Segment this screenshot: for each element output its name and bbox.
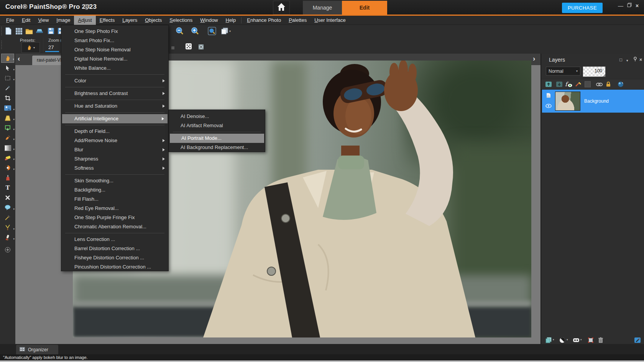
menu-item-backlighting[interactable]: Backlighting... [61,185,168,195]
close-button[interactable]: × [636,3,639,8]
chevron-down-icon[interactable]: ▾ [553,338,554,341]
menu-palettes[interactable]: Palettes [285,16,310,25]
menu-item-one-step-noise-removal[interactable]: One Step Noise Removal [61,45,168,54]
tab-manage[interactable]: Manage [303,1,342,15]
menu-item-ai-denoise[interactable]: AI Denoise... [169,112,265,121]
marker-tool[interactable]: ▾ [1,233,14,242]
purchase-button[interactable]: PURCHASE [562,3,603,13]
minimize-button[interactable]: — [618,3,623,8]
grid-toggle-button[interactable] [199,44,204,49]
color-changer-tool[interactable]: ▾ [1,163,14,172]
new-raster-layer-button[interactable] [544,80,553,88]
menu-item-color[interactable]: Color [61,76,168,85]
gradient-fill-tool[interactable]: ▾ [1,143,14,152]
menu-item-fill-flash[interactable]: Fill Flash... [61,195,168,204]
tab-scroll-left[interactable]: ‹ [18,54,20,63]
toolbar-grip[interactable] [1,27,3,35]
new-file-button[interactable] [4,26,13,36]
menu-item-ai-background-replacement[interactable]: AI Background Replacement... [169,143,265,152]
new-mask-layer-button[interactable] [572,336,580,344]
pin-icon[interactable] [633,57,637,62]
clone-tool[interactable]: ▾ [1,123,14,133]
panel-close-icon[interactable]: × [639,57,642,62]
edit-selection-button[interactable] [586,336,595,344]
crop-tool[interactable] [1,93,14,103]
layer-thumbnail[interactable] [555,92,580,111]
menu-item-depth-of-field[interactable]: Depth of Field... [61,127,168,136]
menu-item-one-step-purple-fringe-fix[interactable]: One Step Purple Fringe Fix [61,213,168,222]
more-tools-button[interactable] [1,245,14,254]
eraser-tool[interactable]: ▾ [1,153,14,162]
layer-row-background[interactable]: Background [542,90,644,113]
paint-brush-tool[interactable]: ▾ [1,133,14,143]
zoom-in-button[interactable] [191,26,200,36]
menu-file[interactable]: File [2,16,18,25]
link-layers-button[interactable] [595,80,603,88]
menu-item-lens-correction[interactable]: Lens Correction ... [61,235,168,244]
restore-button[interactable] [627,3,632,8]
new-vector-layer-button[interactable] [555,80,564,88]
quick-edit-button[interactable] [633,336,642,344]
blend-mode-dropdown[interactable]: Normal ▾ [546,67,580,75]
menu-item-chromatic-aberration-removal[interactable]: Chromatic Aberration Removal... [61,222,168,231]
menu-item-one-step-photo-fix[interactable]: One Step Photo Fix [61,27,168,36]
menu-item-artificial-intelligence[interactable]: Artificial Intelligence [62,114,168,123]
text-tool[interactable]: T [1,183,14,192]
zoom-value-field[interactable]: 27 [48,44,54,50]
pen-tool[interactable] [1,213,14,222]
save-button[interactable] [46,26,56,36]
dropper-tool[interactable] [1,84,14,93]
zoom-actual-button[interactable] [207,26,217,36]
menu-item-add-remove-noise[interactable]: Add/Remove Noise [61,136,168,145]
tab-scroll-right[interactable]: › [533,54,535,63]
airbrush-tool[interactable] [1,173,14,182]
callout-tool[interactable]: ▾ [1,203,14,212]
menu-item-white-balance[interactable]: White Balance... [61,64,168,73]
menu-edit[interactable]: Edit [18,16,34,25]
menu-user-interface[interactable]: User Interface [310,16,350,25]
chevron-down-icon[interactable]: ▾ [580,338,582,341]
menu-adjust[interactable]: Adjust [74,16,95,25]
menu-item-digital-noise-removal[interactable]: Digital Noise Removal... [61,54,168,64]
menu-item-brightness-and-contrast[interactable]: Brightness and Contrast [61,89,168,98]
layer-visibility-eye-icon[interactable] [545,103,552,110]
pick-tool[interactable]: ▾ [1,64,14,73]
tab-edit[interactable]: Edit [342,1,387,15]
menu-item-ai-portrait-mode[interactable]: AI Portrait Mode... [170,134,264,143]
picture-tube-tool[interactable] [1,193,14,202]
home-button[interactable] [273,1,290,15]
randomize-button[interactable] [185,43,192,51]
chevron-down-icon[interactable]: ▾ [626,58,628,63]
pan-tool[interactable]: ▾ [1,54,14,63]
scan-button[interactable] [35,26,44,36]
menu-window[interactable]: Window [196,16,222,25]
selection-tool[interactable]: ▾ [1,74,14,83]
menu-effects[interactable]: Effects [96,16,119,25]
menu-item-softness[interactable]: Softness [61,164,168,173]
palettes-button[interactable]: ▾ [219,26,232,36]
menu-help[interactable]: Help [222,16,240,25]
perspective-tool[interactable]: ▾ [1,113,14,123]
straighten-tool[interactable]: ▾ [1,103,14,113]
browse-button[interactable] [14,26,23,36]
menu-item-skin-smoothing[interactable]: Skin Smoothing... [61,176,168,185]
menu-item-blur[interactable]: Blur [61,145,168,154]
panel-restore-icon[interactable]: □ [619,57,622,62]
menu-layers[interactable]: Layers [118,16,141,25]
layer-styles-button[interactable]: f [564,80,573,88]
menu-item-smart-photo-fix[interactable]: Smart Photo Fix... [61,36,168,45]
menu-item-barrel-distortion-correction[interactable]: Barrel Distortion Correction ... [61,244,168,253]
opacity-field[interactable]: 100 [583,66,606,77]
presets-dropdown[interactable]: ▾ [21,42,40,53]
menu-item-sharpness[interactable]: Sharpness [61,154,168,164]
edit-layer-button[interactable] [574,80,583,88]
options-grip[interactable] [1,41,3,49]
zoom-out-button[interactable] [175,26,184,36]
new-adjustment-layer-button[interactable] [558,336,567,344]
menu-item-ai-artifact-removal[interactable]: AI Artifact Removal [169,121,265,130]
menu-item-fisheye-distortion-correction[interactable]: Fisheye Distortion Correction ... [61,253,168,262]
organizer-tab[interactable]: Organizer [16,345,58,354]
delete-layer-button[interactable] [596,336,605,344]
menu-enhance-photo[interactable]: Enhance Photo [243,16,285,25]
small-swatch-icon[interactable] [171,46,174,49]
